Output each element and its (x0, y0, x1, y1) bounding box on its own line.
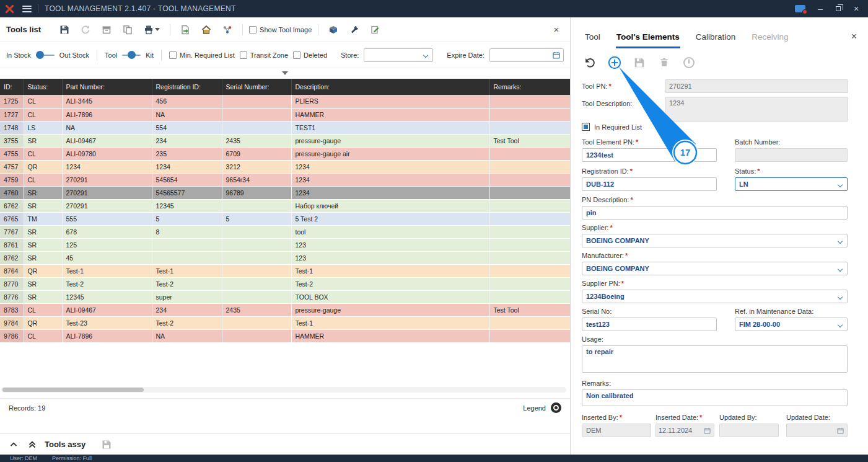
copy-icon (123, 25, 133, 35)
close-window-button[interactable]: × (848, 2, 864, 16)
table-row[interactable]: 4755CLALI-097802356709pressure-gauge air (0, 147, 570, 160)
close-tools-list-button[interactable]: × (549, 24, 564, 35)
stock-toggle[interactable] (36, 51, 55, 59)
tab-calibration[interactable]: Calibration (695, 29, 737, 48)
serial-no-input[interactable] (582, 318, 717, 331)
tab-tool-s-elements[interactable]: Tool's Elements (616, 29, 680, 48)
tab-tool[interactable]: Tool (584, 29, 601, 48)
manufacturer-select[interactable]: BOEING COMPANY (582, 262, 848, 275)
assy-save-button[interactable] (98, 437, 115, 453)
restore-button[interactable] (830, 2, 846, 16)
inserted-date-input[interactable] (655, 424, 714, 437)
inserted-by-input[interactable] (582, 424, 651, 437)
scrollbar-thumb[interactable] (2, 388, 144, 392)
save-button[interactable] (56, 22, 73, 38)
ref-maintenance-select[interactable]: FIM 28-00-00 (735, 318, 848, 331)
transit-zone-checkbox[interactable]: Transit Zone (240, 51, 288, 59)
batch-number-input[interactable] (735, 148, 848, 162)
home-button[interactable] (198, 22, 215, 38)
supplier-select[interactable]: BOEING COMPANY (582, 234, 848, 247)
show-tool-image-checkbox[interactable]: Show Tool Image (249, 26, 312, 33)
calendar-icon[interactable] (553, 51, 563, 59)
table-cell: Test Tool (489, 303, 570, 316)
minimize-button[interactable]: – (812, 2, 828, 16)
table-row[interactable]: 1727CLALI-7896NAHAMMER (0, 108, 570, 121)
tool-pn-input[interactable] (665, 79, 848, 93)
table-row[interactable]: 4759CL2702915456549654r341234 (0, 173, 570, 186)
table-row[interactable]: 6765TM555555 Test 2 (0, 212, 570, 225)
table-cell (489, 199, 570, 212)
in-required-list-checkbox[interactable] (582, 123, 590, 131)
legend-icon[interactable] (551, 402, 561, 413)
session-monitor-icon[interactable] (795, 5, 805, 12)
box-icon (328, 25, 338, 35)
archive-button[interactable] (98, 22, 115, 38)
table-row[interactable]: 4757QR1234123432121234 (0, 160, 570, 173)
table-row[interactable]: 7767SR6788tool (0, 225, 570, 238)
status-select[interactable]: LN (735, 177, 848, 191)
supplier-pn-select[interactable]: 1234Boeing (582, 290, 848, 303)
manufacturer-label: Manufacturer:* (582, 252, 628, 259)
undo-button[interactable] (582, 55, 598, 71)
horizontal-scrollbar[interactable] (1, 387, 566, 393)
usage-input[interactable]: to repair (582, 345, 848, 373)
refresh-button[interactable] (77, 22, 94, 38)
tool-element-pn-input[interactable] (582, 148, 717, 162)
table-row[interactable]: 8762SR45123 (0, 251, 570, 264)
column-header[interactable]: Remarks: (489, 79, 570, 95)
pn-description-input[interactable] (582, 206, 848, 220)
export-button[interactable] (177, 22, 194, 38)
updated-date-input[interactable] (786, 424, 848, 437)
column-header[interactable]: Part Number: (62, 79, 152, 95)
table-row[interactable]: 8776SR12345superTOOL BOX (0, 290, 570, 303)
kit-button[interactable] (346, 22, 363, 38)
tab-receiving[interactable]: Receiving (751, 29, 789, 48)
table-row[interactable]: 3755SRALI-094672342435pressure-gaugeTest… (0, 134, 570, 147)
remarks-input[interactable]: Non calibrated (582, 389, 848, 406)
save-element-button[interactable] (631, 55, 647, 71)
table-row[interactable]: 6762SR27029112345Набор ключей (0, 199, 570, 212)
tool-description-input[interactable]: 1234 (665, 97, 848, 122)
column-header[interactable]: Serial Number: (222, 79, 291, 95)
store-select[interactable] (364, 48, 433, 62)
edit-button[interactable] (367, 22, 384, 38)
min-required-checkbox[interactable]: Min. Required List (169, 51, 235, 59)
table-row[interactable]: 1725CLALI-3445456PLIERS (0, 95, 570, 108)
table-row[interactable]: 8783CLALI-094672342435pressure-gaugeTest… (0, 303, 570, 316)
table-row[interactable]: 1748LSNA554TEST1 (0, 121, 570, 134)
column-header[interactable]: Status: (24, 79, 62, 95)
updated-date-label: Updated Date: (786, 414, 830, 421)
home-icon (201, 25, 211, 35)
statusbar: User: DEM Permission: Full (0, 455, 868, 462)
table-cell: 545654 (152, 173, 222, 186)
expire-date-input[interactable] (489, 48, 564, 62)
table-row[interactable]: 9784QRTest-23Test-2Test-1 (0, 316, 570, 329)
column-header[interactable]: Description: (291, 79, 489, 95)
print-button[interactable] (140, 22, 164, 38)
close-detail-panel-button[interactable]: × (851, 31, 857, 42)
trash-icon (659, 57, 670, 68)
add-element-button[interactable] (607, 55, 623, 71)
copy-button[interactable] (119, 22, 136, 38)
delete-element-button[interactable] (656, 55, 672, 71)
table-cell (489, 121, 570, 134)
collapse-filters-handle[interactable] (282, 71, 288, 75)
deactivate-element-button[interactable] (681, 55, 697, 71)
menu-icon[interactable] (22, 6, 32, 12)
share-button[interactable] (219, 22, 236, 38)
column-header[interactable]: ID: (0, 79, 24, 95)
table-row[interactable]: 8764QRTest-1Test-1Test-1 (0, 264, 570, 277)
updated-by-input[interactable] (719, 424, 779, 437)
table-row[interactable]: 8761SR125123 (0, 238, 570, 251)
table-row[interactable]: 8770SRTest-2Test-2Test-2 (0, 277, 570, 290)
tool-kit-toggle[interactable] (122, 51, 141, 59)
expand-assy-button[interactable] (26, 437, 38, 453)
tool-box-button[interactable] (325, 22, 342, 38)
registration-id-input[interactable] (582, 177, 717, 191)
table-row[interactable]: 4760SR27029154565577967891234 (0, 186, 570, 199)
table-cell: PLIERS (291, 95, 489, 108)
deleted-checkbox[interactable]: Deleted (293, 51, 327, 59)
column-header[interactable]: Registration ID: (152, 79, 222, 95)
collapse-assy-button[interactable] (7, 437, 20, 453)
table-row[interactable]: 9786CLALI-7896NAHAMMER (0, 329, 570, 342)
